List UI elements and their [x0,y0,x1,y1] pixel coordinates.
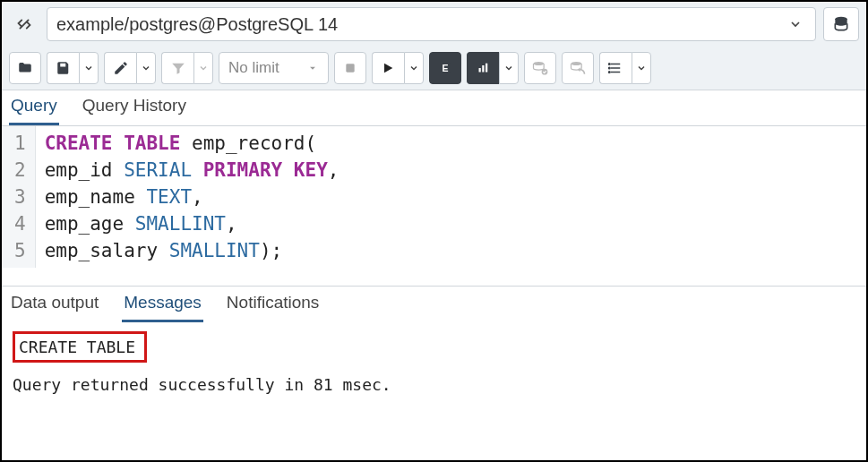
connection-label: example/postgres@PostgreSQL 14 [56,14,788,35]
tab-query[interactable]: Query [9,89,59,125]
macros-dropdown[interactable] [632,52,651,84]
connect-icon[interactable] [9,9,39,39]
limit-label: No limit [228,59,279,77]
result-banner: CREATE TABLE [13,331,147,363]
macros-button[interactable] [599,52,632,84]
toolbar: No limit E [2,47,866,90]
connection-selector[interactable]: example/postgres@PostgreSQL 14 [47,7,816,41]
filter-dropdown[interactable] [193,52,213,84]
limit-selector[interactable]: No limit [219,52,329,84]
analyze-dropdown[interactable] [499,52,519,84]
save-dropdown[interactable] [79,52,99,84]
tab-query-history[interactable]: Query History [81,89,188,125]
edit-dropdown[interactable] [136,52,156,84]
editor-tabs: Query Query History [2,90,866,126]
tab-data-output[interactable]: Data output [9,286,100,322]
svg-point-15 [609,67,611,69]
rollback-button[interactable] [562,52,594,84]
result-tabs: Data output Messages Notifications [2,287,866,322]
svg-rect-1 [346,64,354,72]
code-area[interactable]: CREATE TABLE emp_record(emp_id SERIAL PR… [36,126,348,268]
sql-editor[interactable]: 1 2 3 4 5 CREATE TABLE emp_record(emp_id… [2,126,866,287]
svg-text:E: E [442,63,448,73]
svg-point-14 [609,64,611,65]
analyze-button[interactable] [467,52,499,84]
edit-button[interactable] [104,52,136,84]
explain-button[interactable]: E [429,52,461,84]
svg-rect-6 [482,65,484,73]
open-file-button[interactable] [9,52,41,84]
svg-point-10 [571,62,581,65]
run-dropdown[interactable] [404,52,424,84]
svg-point-16 [609,72,611,73]
filter-button[interactable] [161,52,193,84]
commit-button[interactable] [524,52,556,84]
database-button[interactable] [823,7,859,41]
stop-button[interactable] [334,52,366,84]
status-text: Query returned successfully in 81 msec. [13,375,855,394]
save-button[interactable] [47,52,79,84]
svg-point-8 [533,62,544,65]
chevron-down-icon [788,17,803,31]
line-gutter: 1 2 3 4 5 [2,126,36,268]
svg-rect-7 [486,64,487,73]
svg-rect-5 [479,68,481,73]
tab-notifications[interactable]: Notifications [225,286,322,322]
messages-panel: CREATE TABLE Query returned successfully… [2,322,866,403]
tab-messages[interactable]: Messages [122,286,203,322]
run-button[interactable] [372,52,404,84]
